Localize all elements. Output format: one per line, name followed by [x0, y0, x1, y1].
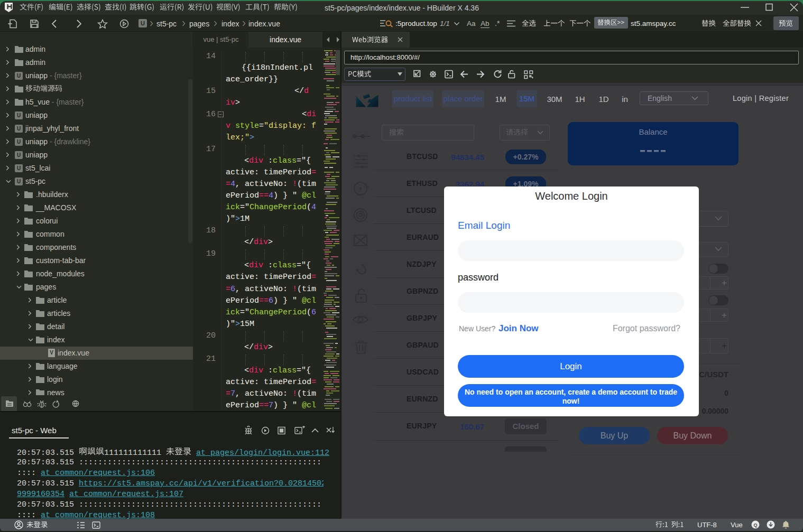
svg-text:Q: Q: [753, 522, 757, 528]
